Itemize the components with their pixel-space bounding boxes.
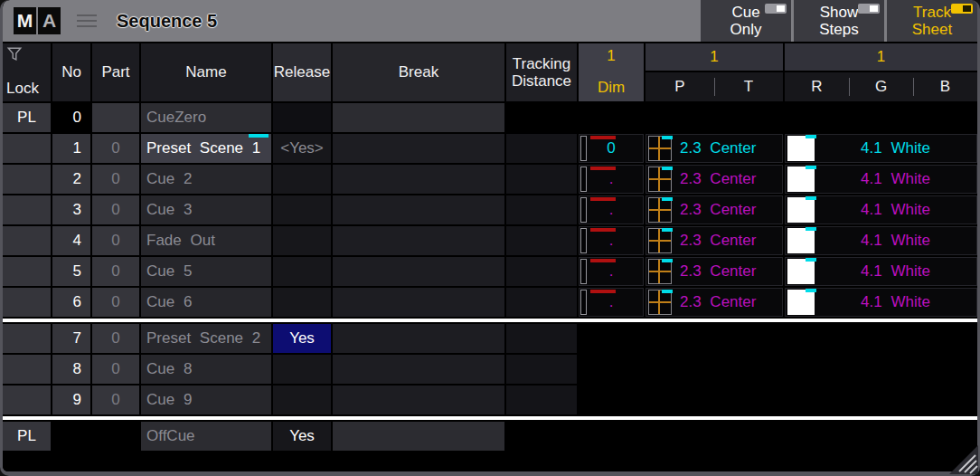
release-cell[interactable] bbox=[273, 257, 331, 286]
cue-number-cell[interactable]: 5 bbox=[52, 257, 90, 286]
tracking-distance-cell[interactable] bbox=[506, 355, 577, 384]
lock-cell[interactable] bbox=[3, 195, 51, 224]
no-column-header[interactable]: No bbox=[52, 43, 90, 101]
cue-name-cell[interactable]: Cue 8 bbox=[141, 355, 271, 384]
dim-value-cell[interactable]: . bbox=[579, 288, 644, 317]
release-cell[interactable]: Yes bbox=[273, 422, 331, 451]
part-cell[interactable] bbox=[92, 103, 139, 132]
pan-tilt-column-group[interactable]: 1 P T bbox=[645, 43, 783, 101]
dim-value-cell[interactable]: . bbox=[579, 195, 644, 224]
lock-column-header[interactable]: Lock bbox=[3, 43, 51, 101]
break-cell[interactable] bbox=[333, 386, 504, 414]
tracking-distance-cell[interactable] bbox=[506, 165, 577, 194]
part-cell[interactable]: 0 bbox=[92, 386, 139, 414]
lock-cell[interactable] bbox=[3, 355, 51, 384]
release-cell[interactable] bbox=[273, 195, 331, 224]
cue-number-cell[interactable]: 4 bbox=[52, 226, 90, 255]
green-subcolumn-header[interactable]: G bbox=[849, 72, 913, 101]
tracking-distance-cell[interactable] bbox=[506, 386, 577, 414]
break-cell[interactable] bbox=[333, 355, 504, 384]
release-cell[interactable]: <Yes> bbox=[273, 134, 331, 163]
dim-value-cell[interactable]: . bbox=[579, 226, 644, 255]
release-cell[interactable] bbox=[273, 103, 331, 132]
cue-number-cell[interactable]: 0 bbox=[52, 103, 90, 132]
tracking-distance-column-header[interactable]: Tracking Distance bbox=[506, 43, 577, 101]
part-cell[interactable]: 0 bbox=[92, 257, 139, 286]
lock-cell[interactable] bbox=[3, 257, 51, 286]
cue-name-cell[interactable]: Fade Out bbox=[141, 226, 271, 255]
tracking-distance-cell[interactable] bbox=[506, 134, 577, 163]
cue-number-cell[interactable]: 9 bbox=[52, 386, 90, 414]
release-cell[interactable] bbox=[273, 288, 331, 317]
dim-value-cell[interactable]: . bbox=[579, 165, 644, 194]
cue-only-button[interactable]: Cue Only bbox=[701, 0, 791, 42]
cue-name-cell[interactable]: Cue 9 bbox=[141, 386, 271, 414]
cue-name-cell[interactable]: Preset Scene 1 bbox=[141, 134, 271, 163]
name-column-header[interactable]: Name bbox=[141, 43, 271, 101]
cue-name-cell[interactable]: Preset Scene 2 bbox=[141, 324, 271, 353]
color-value-cell[interactable]: 4.1 White bbox=[785, 195, 977, 224]
pan-tilt-value-cell[interactable]: 2.3 Center bbox=[645, 257, 783, 286]
part-cell[interactable]: 0 bbox=[92, 134, 139, 163]
lock-cell[interactable] bbox=[3, 324, 51, 353]
tilt-subcolumn-header[interactable]: T bbox=[714, 72, 783, 101]
color-value-cell[interactable]: 4.1 White bbox=[785, 134, 977, 163]
break-cell[interactable] bbox=[333, 165, 504, 194]
lock-cell[interactable]: PL bbox=[3, 103, 51, 132]
cue-number-cell[interactable]: 8 bbox=[52, 355, 90, 384]
color-value-cell[interactable]: 4.1 White bbox=[785, 257, 977, 286]
red-subcolumn-header[interactable]: R bbox=[785, 72, 849, 101]
cue-number-cell[interactable]: 6 bbox=[52, 288, 90, 317]
track-sheet-button[interactable]: Track Sheet bbox=[887, 0, 977, 42]
part-cell[interactable]: 0 bbox=[92, 355, 139, 384]
tracking-distance-cell[interactable] bbox=[506, 257, 577, 286]
tracking-distance-cell[interactable] bbox=[506, 195, 577, 224]
pan-tilt-value-cell[interactable]: 2.3 Center bbox=[645, 226, 783, 255]
rgb-column-group[interactable]: 1 R G B bbox=[785, 43, 977, 101]
release-cell[interactable] bbox=[273, 386, 331, 414]
show-steps-button[interactable]: Show Steps bbox=[794, 0, 884, 42]
tracking-distance-cell[interactable] bbox=[506, 226, 577, 255]
cue-name-cell[interactable]: Cue 3 bbox=[141, 195, 271, 224]
cue-number-cell[interactable]: 1 bbox=[52, 134, 90, 163]
menu-icon[interactable] bbox=[77, 14, 97, 27]
tracking-distance-cell[interactable] bbox=[506, 324, 577, 353]
blue-subcolumn-header[interactable]: B bbox=[913, 72, 977, 101]
break-cell[interactable] bbox=[333, 134, 504, 163]
break-column-header[interactable]: Break bbox=[333, 43, 504, 101]
cue-number-cell[interactable]: 7 bbox=[52, 324, 90, 353]
part-cell[interactable]: 0 bbox=[92, 165, 139, 194]
lock-cell[interactable] bbox=[3, 226, 51, 255]
break-cell[interactable] bbox=[333, 226, 504, 255]
break-cell[interactable] bbox=[333, 422, 504, 451]
dim-column-header[interactable]: 1 Dim bbox=[579, 43, 644, 101]
release-column-header[interactable]: Release bbox=[273, 43, 331, 101]
part-cell[interactable]: 0 bbox=[92, 226, 139, 255]
pan-tilt-value-cell[interactable]: 2.3 Center bbox=[645, 134, 783, 163]
break-cell[interactable] bbox=[333, 257, 504, 286]
break-cell[interactable] bbox=[333, 288, 504, 317]
pan-tilt-value-cell[interactable]: 2.3 Center bbox=[645, 288, 783, 317]
release-cell[interactable] bbox=[273, 226, 331, 255]
part-cell[interactable]: 0 bbox=[92, 324, 139, 353]
resize-handle[interactable] bbox=[947, 443, 978, 474]
color-value-cell[interactable]: 4.1 White bbox=[785, 226, 977, 255]
pan-subcolumn-header[interactable]: P bbox=[645, 72, 714, 101]
titlebar[interactable]: M A Sequence 5 Cue Only Show Steps Track… bbox=[3, 0, 977, 42]
part-column-header[interactable]: Part bbox=[92, 43, 139, 101]
release-cell[interactable] bbox=[273, 355, 331, 384]
cue-number-cell[interactable]: 2 bbox=[52, 165, 90, 194]
dim-value-cell[interactable]: 0 bbox=[579, 134, 644, 163]
release-cell[interactable]: Yes bbox=[273, 324, 331, 353]
break-cell[interactable] bbox=[333, 195, 504, 224]
cue-name-cell[interactable]: Cue 6 bbox=[141, 288, 271, 317]
cue-number-cell[interactable]: 3 bbox=[52, 195, 90, 224]
lock-cell[interactable] bbox=[3, 386, 51, 414]
break-cell[interactable] bbox=[333, 324, 504, 353]
color-value-cell[interactable]: 4.1 White bbox=[785, 288, 977, 317]
dim-value-cell[interactable]: . bbox=[579, 257, 644, 286]
pan-tilt-value-cell[interactable]: 2.3 Center bbox=[645, 165, 783, 194]
cue-name-cell[interactable]: Cue 5 bbox=[141, 257, 271, 286]
release-cell[interactable] bbox=[273, 165, 331, 194]
lock-cell[interactable] bbox=[3, 134, 51, 163]
